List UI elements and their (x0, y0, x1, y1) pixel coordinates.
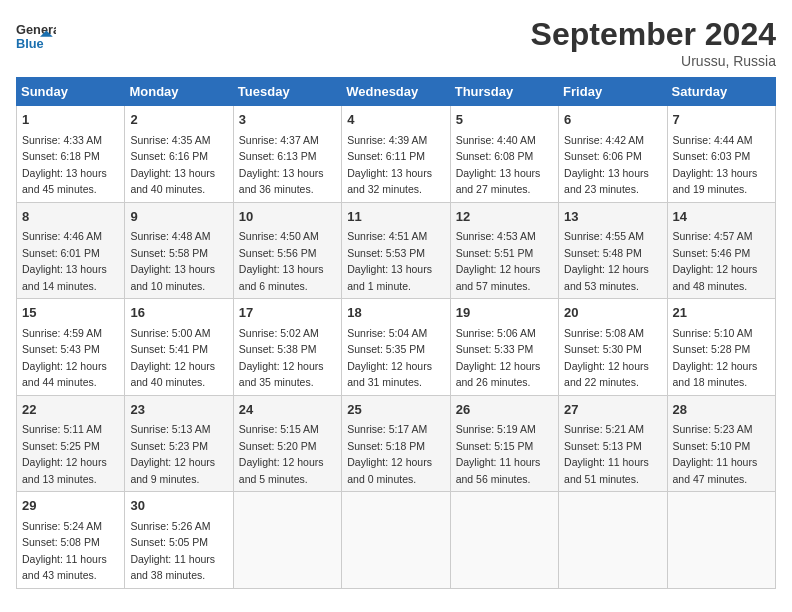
cell-text: Sunrise: 4:57 AMSunset: 5:46 PMDaylight:… (673, 230, 758, 292)
calendar-cell: 3Sunrise: 4:37 AMSunset: 6:13 PMDaylight… (233, 106, 341, 203)
cell-text: Sunrise: 5:00 AMSunset: 5:41 PMDaylight:… (130, 327, 215, 389)
day-number: 30 (130, 496, 227, 516)
calendar-cell: 28Sunrise: 5:23 AMSunset: 5:10 PMDayligh… (667, 395, 775, 492)
weekday-header-monday: Monday (125, 78, 233, 106)
calendar-cell: 16Sunrise: 5:00 AMSunset: 5:41 PMDayligh… (125, 299, 233, 396)
week-row-1: 1Sunrise: 4:33 AMSunset: 6:18 PMDaylight… (17, 106, 776, 203)
cell-text: Sunrise: 4:33 AMSunset: 6:18 PMDaylight:… (22, 134, 107, 196)
calendar-cell: 19Sunrise: 5:06 AMSunset: 5:33 PMDayligh… (450, 299, 558, 396)
calendar-cell: 9Sunrise: 4:48 AMSunset: 5:58 PMDaylight… (125, 202, 233, 299)
cell-text: Sunrise: 4:50 AMSunset: 5:56 PMDaylight:… (239, 230, 324, 292)
day-number: 7 (673, 110, 770, 130)
day-number: 9 (130, 207, 227, 227)
day-number: 10 (239, 207, 336, 227)
logo-icon: General Blue (16, 16, 56, 56)
week-row-5: 29Sunrise: 5:24 AMSunset: 5:08 PMDayligh… (17, 492, 776, 589)
day-number: 11 (347, 207, 444, 227)
day-number: 2 (130, 110, 227, 130)
calendar-cell: 10Sunrise: 4:50 AMSunset: 5:56 PMDayligh… (233, 202, 341, 299)
day-number: 1 (22, 110, 119, 130)
day-number: 23 (130, 400, 227, 420)
page-header: General Blue September 2024 Urussu, Russ… (16, 16, 776, 69)
cell-text: Sunrise: 4:44 AMSunset: 6:03 PMDaylight:… (673, 134, 758, 196)
weekday-header-tuesday: Tuesday (233, 78, 341, 106)
calendar-cell: 2Sunrise: 4:35 AMSunset: 6:16 PMDaylight… (125, 106, 233, 203)
calendar-cell (233, 492, 341, 589)
cell-text: Sunrise: 4:39 AMSunset: 6:11 PMDaylight:… (347, 134, 432, 196)
day-number: 14 (673, 207, 770, 227)
calendar-cell: 24Sunrise: 5:15 AMSunset: 5:20 PMDayligh… (233, 395, 341, 492)
cell-text: Sunrise: 4:40 AMSunset: 6:08 PMDaylight:… (456, 134, 541, 196)
cell-text: Sunrise: 5:04 AMSunset: 5:35 PMDaylight:… (347, 327, 432, 389)
calendar-cell: 17Sunrise: 5:02 AMSunset: 5:38 PMDayligh… (233, 299, 341, 396)
calendar-cell: 5Sunrise: 4:40 AMSunset: 6:08 PMDaylight… (450, 106, 558, 203)
calendar-cell: 14Sunrise: 4:57 AMSunset: 5:46 PMDayligh… (667, 202, 775, 299)
calendar-cell: 8Sunrise: 4:46 AMSunset: 6:01 PMDaylight… (17, 202, 125, 299)
cell-text: Sunrise: 4:51 AMSunset: 5:53 PMDaylight:… (347, 230, 432, 292)
day-number: 24 (239, 400, 336, 420)
day-number: 28 (673, 400, 770, 420)
cell-text: Sunrise: 5:10 AMSunset: 5:28 PMDaylight:… (673, 327, 758, 389)
calendar-cell (667, 492, 775, 589)
cell-text: Sunrise: 5:15 AMSunset: 5:20 PMDaylight:… (239, 423, 324, 485)
calendar-cell: 25Sunrise: 5:17 AMSunset: 5:18 PMDayligh… (342, 395, 450, 492)
cell-text: Sunrise: 5:02 AMSunset: 5:38 PMDaylight:… (239, 327, 324, 389)
cell-text: Sunrise: 5:23 AMSunset: 5:10 PMDaylight:… (673, 423, 758, 485)
day-number: 6 (564, 110, 661, 130)
calendar-cell: 11Sunrise: 4:51 AMSunset: 5:53 PMDayligh… (342, 202, 450, 299)
logo: General Blue (16, 16, 60, 56)
month-title: September 2024 (531, 16, 776, 53)
day-number: 16 (130, 303, 227, 323)
day-number: 15 (22, 303, 119, 323)
svg-text:Blue: Blue (16, 36, 44, 51)
calendar-cell: 15Sunrise: 4:59 AMSunset: 5:43 PMDayligh… (17, 299, 125, 396)
calendar-cell: 23Sunrise: 5:13 AMSunset: 5:23 PMDayligh… (125, 395, 233, 492)
day-number: 22 (22, 400, 119, 420)
calendar-cell: 13Sunrise: 4:55 AMSunset: 5:48 PMDayligh… (559, 202, 667, 299)
cell-text: Sunrise: 5:13 AMSunset: 5:23 PMDaylight:… (130, 423, 215, 485)
weekday-header-wednesday: Wednesday (342, 78, 450, 106)
day-number: 18 (347, 303, 444, 323)
day-number: 5 (456, 110, 553, 130)
calendar-cell: 18Sunrise: 5:04 AMSunset: 5:35 PMDayligh… (342, 299, 450, 396)
calendar-cell: 1Sunrise: 4:33 AMSunset: 6:18 PMDaylight… (17, 106, 125, 203)
calendar-cell: 20Sunrise: 5:08 AMSunset: 5:30 PMDayligh… (559, 299, 667, 396)
cell-text: Sunrise: 5:08 AMSunset: 5:30 PMDaylight:… (564, 327, 649, 389)
week-row-3: 15Sunrise: 4:59 AMSunset: 5:43 PMDayligh… (17, 299, 776, 396)
day-number: 26 (456, 400, 553, 420)
calendar-cell: 12Sunrise: 4:53 AMSunset: 5:51 PMDayligh… (450, 202, 558, 299)
day-number: 4 (347, 110, 444, 130)
day-number: 21 (673, 303, 770, 323)
day-number: 27 (564, 400, 661, 420)
day-number: 12 (456, 207, 553, 227)
day-number: 17 (239, 303, 336, 323)
weekday-header-thursday: Thursday (450, 78, 558, 106)
cell-text: Sunrise: 4:42 AMSunset: 6:06 PMDaylight:… (564, 134, 649, 196)
calendar-table: SundayMondayTuesdayWednesdayThursdayFrid… (16, 77, 776, 589)
cell-text: Sunrise: 4:59 AMSunset: 5:43 PMDaylight:… (22, 327, 107, 389)
day-number: 19 (456, 303, 553, 323)
calendar-cell: 22Sunrise: 5:11 AMSunset: 5:25 PMDayligh… (17, 395, 125, 492)
week-row-4: 22Sunrise: 5:11 AMSunset: 5:25 PMDayligh… (17, 395, 776, 492)
calendar-cell: 30Sunrise: 5:26 AMSunset: 5:05 PMDayligh… (125, 492, 233, 589)
day-number: 8 (22, 207, 119, 227)
calendar-cell: 27Sunrise: 5:21 AMSunset: 5:13 PMDayligh… (559, 395, 667, 492)
cell-text: Sunrise: 5:06 AMSunset: 5:33 PMDaylight:… (456, 327, 541, 389)
weekday-header-row: SundayMondayTuesdayWednesdayThursdayFrid… (17, 78, 776, 106)
calendar-cell: 7Sunrise: 4:44 AMSunset: 6:03 PMDaylight… (667, 106, 775, 203)
calendar-cell: 21Sunrise: 5:10 AMSunset: 5:28 PMDayligh… (667, 299, 775, 396)
day-number: 29 (22, 496, 119, 516)
weekday-header-sunday: Sunday (17, 78, 125, 106)
title-block: September 2024 Urussu, Russia (531, 16, 776, 69)
day-number: 3 (239, 110, 336, 130)
cell-text: Sunrise: 5:24 AMSunset: 5:08 PMDaylight:… (22, 520, 107, 582)
weekday-header-friday: Friday (559, 78, 667, 106)
location: Urussu, Russia (531, 53, 776, 69)
calendar-cell (342, 492, 450, 589)
calendar-cell: 4Sunrise: 4:39 AMSunset: 6:11 PMDaylight… (342, 106, 450, 203)
calendar-cell (450, 492, 558, 589)
cell-text: Sunrise: 4:35 AMSunset: 6:16 PMDaylight:… (130, 134, 215, 196)
cell-text: Sunrise: 5:26 AMSunset: 5:05 PMDaylight:… (130, 520, 215, 582)
week-row-2: 8Sunrise: 4:46 AMSunset: 6:01 PMDaylight… (17, 202, 776, 299)
cell-text: Sunrise: 4:53 AMSunset: 5:51 PMDaylight:… (456, 230, 541, 292)
